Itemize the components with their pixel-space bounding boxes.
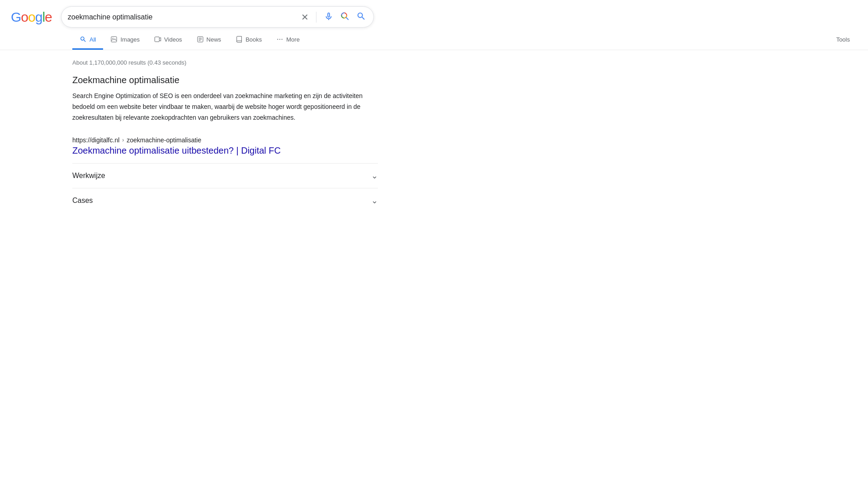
logo-letter-o2: o bbox=[28, 9, 35, 24]
books-icon bbox=[236, 36, 243, 43]
voice-search-button[interactable] bbox=[323, 10, 335, 23]
tab-more[interactable]: More bbox=[269, 30, 307, 50]
logo-letter-g2: g bbox=[35, 9, 42, 24]
result-url-line: https://digitalfc.nl › zoekmachine-optim… bbox=[72, 136, 378, 144]
chevron-down-icon: ⌄ bbox=[371, 171, 378, 181]
expandable-werkwijze[interactable]: Werkwijze ⌄ bbox=[72, 163, 378, 188]
svg-rect-7 bbox=[155, 37, 159, 42]
videos-icon bbox=[154, 36, 161, 43]
results-count: About 1,170,000,000 results (0.43 second… bbox=[72, 59, 378, 66]
images-icon bbox=[110, 36, 118, 43]
tab-books[interactable]: Books bbox=[228, 30, 269, 50]
search-divider bbox=[316, 12, 316, 23]
tab-all-label: All bbox=[90, 36, 96, 43]
result-domain: https://digitalfc.nl bbox=[72, 136, 119, 144]
search-input[interactable] bbox=[68, 13, 296, 21]
news-icon bbox=[197, 36, 204, 43]
svg-rect-5 bbox=[111, 37, 117, 42]
result-title-link[interactable]: Zoekmachine optimalisatie uitbesteden? |… bbox=[72, 145, 378, 156]
svg-point-12 bbox=[278, 39, 278, 40]
nav-tabs: All Images Videos bbox=[0, 28, 868, 50]
logo-letter-g: G bbox=[11, 9, 21, 24]
lens-search-button[interactable] bbox=[339, 10, 351, 23]
svg-point-6 bbox=[113, 38, 113, 39]
google-logo[interactable]: Google bbox=[11, 9, 52, 25]
logo-letter-e: e bbox=[45, 9, 52, 24]
more-dots-icon bbox=[276, 36, 283, 43]
mic-icon bbox=[324, 11, 334, 23]
tab-news[interactable]: News bbox=[189, 30, 229, 50]
result-url-path: zoekmachine-optimalisatie bbox=[127, 136, 201, 144]
header: Google ✕ bbox=[0, 0, 868, 28]
tab-books-label: Books bbox=[245, 36, 262, 43]
results-area: About 1,170,000,000 results (0.43 second… bbox=[0, 50, 389, 222]
logo-letter-o1: o bbox=[21, 9, 28, 24]
search-bar: ✕ bbox=[61, 6, 374, 28]
tab-all[interactable]: All bbox=[72, 30, 103, 50]
search-bar-wrapper: ✕ bbox=[61, 6, 374, 28]
tab-videos-label: Videos bbox=[164, 36, 182, 43]
tab-images-label: Images bbox=[120, 36, 140, 43]
featured-snippet: Zoekmachine optimalisatie Search Engine … bbox=[72, 75, 378, 123]
svg-point-13 bbox=[279, 39, 280, 40]
featured-snippet-title: Zoekmachine optimalisatie bbox=[72, 75, 378, 85]
chevron-down-icon-2: ⌄ bbox=[371, 196, 378, 206]
search-icon bbox=[356, 11, 366, 23]
url-chevron-icon: › bbox=[122, 137, 124, 143]
clear-icon: ✕ bbox=[301, 12, 309, 23]
svg-line-4 bbox=[346, 17, 348, 19]
search-submit-button[interactable] bbox=[355, 10, 367, 23]
expandable-cases[interactable]: Cases ⌄ bbox=[72, 188, 378, 213]
tools-button[interactable]: Tools bbox=[829, 31, 857, 50]
tab-more-label: More bbox=[286, 36, 300, 43]
all-search-icon bbox=[80, 36, 87, 43]
expandable-cases-label: Cases bbox=[72, 197, 93, 205]
featured-snippet-description: Search Engine Optimization of SEO is een… bbox=[72, 91, 378, 123]
lens-icon bbox=[340, 11, 350, 23]
tab-videos[interactable]: Videos bbox=[147, 30, 189, 50]
clear-button[interactable]: ✕ bbox=[300, 11, 310, 23]
tab-images[interactable]: Images bbox=[103, 30, 147, 50]
expandable-werkwijze-label: Werkwijze bbox=[72, 172, 105, 180]
svg-point-14 bbox=[282, 39, 283, 40]
search-result-1: https://digitalfc.nl › zoekmachine-optim… bbox=[72, 136, 378, 156]
tab-news-label: News bbox=[207, 36, 222, 43]
